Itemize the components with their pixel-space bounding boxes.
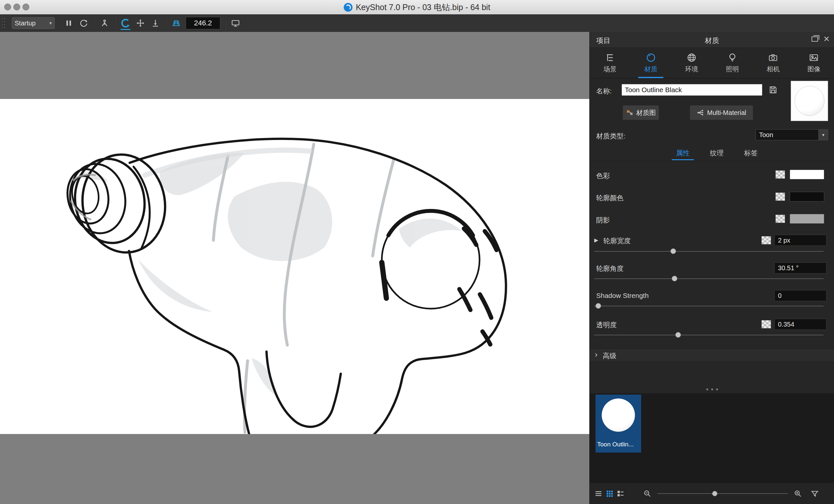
dolly-icon xyxy=(151,18,160,28)
library-item-selected[interactable]: Toon Outlin... xyxy=(595,395,641,453)
panel-header-title: 材质 xyxy=(590,36,834,46)
turntable-button[interactable] xyxy=(76,16,91,30)
pan-tool-button[interactable] xyxy=(133,16,148,30)
scene-tree-icon xyxy=(605,52,616,63)
filter-button[interactable] xyxy=(809,488,820,499)
panel-tabs: 场景 材质 环境 照明 xyxy=(590,48,834,78)
material-preview[interactable] xyxy=(791,81,828,121)
outline-width-field[interactable]: 2 px xyxy=(774,235,827,246)
window-title: KeyShot 7.0 Pro - 03 电钻.bip - 64 bit xyxy=(356,2,490,13)
toolbar-grip[interactable] xyxy=(1,17,6,29)
dolly-tool-button[interactable] xyxy=(148,16,163,30)
presentation-button[interactable] xyxy=(228,16,243,30)
advanced-section[interactable]: › 高级 xyxy=(590,348,834,362)
library-item-label: Toon Outlin... xyxy=(595,441,641,448)
save-material-button[interactable] xyxy=(768,85,778,96)
panel-splitter[interactable] xyxy=(590,387,834,392)
material-name-input[interactable] xyxy=(621,84,762,96)
toolbar-separator xyxy=(166,18,166,29)
material-sphere-icon xyxy=(645,52,656,63)
subtab-labels[interactable]: 标签 xyxy=(738,148,764,160)
render-viewport[interactable] xyxy=(0,32,589,504)
transparency-field[interactable]: 0.354 xyxy=(774,319,827,330)
grid-view-button[interactable] xyxy=(604,488,615,499)
outline-color-texture-button[interactable] xyxy=(775,192,785,201)
rotate-cycle-icon xyxy=(79,18,89,28)
tab-image[interactable]: 图像 xyxy=(794,48,834,78)
transparency-slider[interactable] xyxy=(594,332,824,338)
shadow-strength-slider-handle[interactable] xyxy=(595,303,601,308)
material-library[interactable]: Toon Outlin... xyxy=(590,393,834,482)
detail-view-button[interactable] xyxy=(615,488,626,499)
material-graph-button[interactable]: 材质图 xyxy=(622,105,659,120)
zoom-out-button[interactable] xyxy=(642,488,653,499)
detach-panel-icon[interactable] xyxy=(812,37,818,42)
material-type-dropdown[interactable]: Toon ▾ xyxy=(755,129,828,140)
tab-camera[interactable]: 相机 xyxy=(753,48,794,78)
list-view-icon xyxy=(594,489,603,498)
tripod-icon xyxy=(100,18,109,28)
outline-width-slider[interactable] xyxy=(594,248,824,255)
transparency-slider-handle[interactable] xyxy=(675,332,681,338)
shadow-label: 阴影 xyxy=(596,215,610,225)
main-toolbar: Startup ▾ xyxy=(0,14,834,32)
color-texture-button[interactable] xyxy=(775,170,785,179)
subtab-properties[interactable]: 属性 xyxy=(670,148,696,160)
keyshot-logo-icon xyxy=(344,3,352,12)
transparency-label: 透明度 xyxy=(596,320,617,329)
chevron-down-icon: ▾ xyxy=(818,130,828,140)
image-icon xyxy=(808,52,819,63)
shadow-strength-field[interactable]: 0 xyxy=(774,290,827,301)
outline-angle-field[interactable]: 30.51 ° xyxy=(774,262,827,274)
toolbar-separator xyxy=(225,18,225,29)
material-preview-sphere xyxy=(795,86,825,116)
filter-icon xyxy=(811,489,819,498)
material-graph-icon xyxy=(626,109,634,117)
chevron-down-icon: ▾ xyxy=(49,20,52,26)
camera-value-field[interactable]: 246.2 xyxy=(186,17,220,29)
multi-material-button[interactable]: Multi-Material xyxy=(690,105,753,120)
shadow-strength-slider[interactable] xyxy=(594,303,824,309)
shadow-texture-button[interactable] xyxy=(775,214,785,223)
zoom-in-icon xyxy=(794,489,802,498)
transparency-texture-button[interactable] xyxy=(761,320,771,328)
tab-material[interactable]: 材质 xyxy=(630,48,671,78)
grid-view-icon xyxy=(605,489,614,498)
list-view-button[interactable] xyxy=(593,488,604,499)
titlebar: KeyShot 7.0 Pro - 03 电钻.bip - 64 bit xyxy=(0,0,834,15)
outline-angle-slider-handle[interactable] xyxy=(672,276,677,281)
preset-dropdown[interactable]: Startup ▾ xyxy=(12,17,55,29)
camera-icon xyxy=(768,52,778,63)
outline-width-expander[interactable]: ▶ xyxy=(594,237,598,243)
tab-lighting[interactable]: 照明 xyxy=(712,48,753,78)
outline-color-label: 轮廓颜色 xyxy=(596,193,623,203)
color-label: 色彩 xyxy=(596,171,610,180)
pause-button[interactable] xyxy=(61,16,76,30)
drill-render xyxy=(0,32,589,504)
panel-header: 项目 材质 ✕ xyxy=(590,32,834,48)
zoom-in-button[interactable] xyxy=(792,488,804,499)
project-panel: 项目 材质 ✕ 场景 材质 环境 xyxy=(589,32,834,504)
lightbulb-icon xyxy=(727,52,738,63)
color-swatch[interactable] xyxy=(790,169,824,179)
tab-scene[interactable]: 场景 xyxy=(590,48,630,78)
library-zoom-handle[interactable] xyxy=(712,491,717,496)
outline-width-slider-handle[interactable] xyxy=(671,248,676,254)
outline-color-swatch[interactable] xyxy=(790,192,824,202)
tab-environment[interactable]: 环境 xyxy=(671,48,712,78)
pan-icon xyxy=(135,18,145,28)
tumble-tool-button[interactable] xyxy=(118,16,133,30)
toolbar-separator xyxy=(94,18,94,29)
toolbar-separator xyxy=(115,18,115,29)
perspective-grid-button[interactable] xyxy=(169,16,184,30)
outline-width-texture-button[interactable] xyxy=(761,236,771,245)
gizmo-button[interactable] xyxy=(97,16,112,30)
orbit-icon xyxy=(120,18,131,28)
outline-angle-slider[interactable] xyxy=(594,275,824,282)
chevron-right-icon: › xyxy=(595,350,597,359)
subtab-textures[interactable]: 纹理 xyxy=(704,148,730,160)
close-panel-icon[interactable]: ✕ xyxy=(823,36,830,42)
outline-width-label: 轮廓宽度 xyxy=(603,236,631,246)
shadow-swatch[interactable] xyxy=(790,214,824,224)
library-zoom-slider[interactable] xyxy=(657,490,788,497)
